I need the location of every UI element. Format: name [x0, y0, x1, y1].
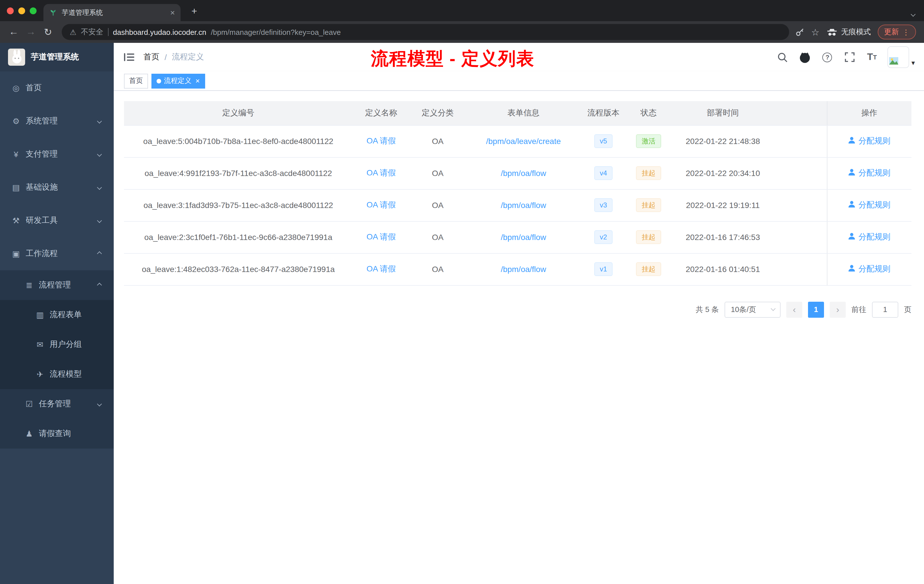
sidebar-item-home[interactable]: ◎首页: [0, 71, 114, 105]
cell-category: OA: [410, 253, 466, 285]
sidebar-item-process-model[interactable]: ✈流程模型: [0, 360, 114, 389]
assign-rule-button[interactable]: 分配规则: [848, 136, 891, 146]
version-tag: v4: [594, 166, 612, 180]
definition-name-link[interactable]: OA 请假: [366, 200, 396, 209]
search-icon[interactable]: [776, 50, 790, 64]
workflow-icon: ▣: [12, 249, 21, 258]
current-page-button[interactable]: 1: [808, 302, 824, 317]
page-unit-label: 页: [904, 304, 911, 315]
sidebar-item-task-manage[interactable]: ☑任务管理: [0, 389, 114, 419]
form-link[interactable]: /bpm/oa/flow: [501, 168, 546, 178]
sidebar-item-label: 支付管理: [26, 149, 58, 159]
form-link[interactable]: /bpm/oa/flow: [501, 233, 546, 242]
sidebar-toggle-icon[interactable]: [123, 51, 135, 63]
reload-button[interactable]: ↻: [40, 24, 56, 40]
github-icon[interactable]: [798, 50, 812, 64]
sidebar-item-label: 任务管理: [39, 399, 71, 409]
question-mark: ?: [823, 52, 832, 62]
cell-action: 分配规则: [827, 125, 911, 157]
zoom-window-button[interactable]: [30, 7, 36, 14]
next-page-button[interactable]: ›: [830, 302, 846, 317]
password-key-icon[interactable]: [795, 27, 804, 37]
address-bar[interactable]: ⚠ 不安全 dashboard.yudao.iocoder.cn/bpm/man…: [62, 24, 789, 40]
security-label[interactable]: 不安全: [81, 27, 103, 37]
annotation-title: 流程模型 - 定义列表: [371, 47, 535, 71]
sidebar-item-payment-manage[interactable]: ¥支付管理: [0, 138, 114, 171]
definition-name-link[interactable]: OA 请假: [366, 168, 396, 177]
definition-name-link[interactable]: OA 请假: [366, 264, 396, 273]
cell-category: OA: [410, 221, 466, 253]
goto-page-input[interactable]: [872, 302, 898, 317]
tag-home[interactable]: 首页: [124, 73, 148, 88]
url-host: dashboard.yudao.iocoder.cn: [113, 28, 206, 36]
cell-status: 挂起: [626, 157, 672, 189]
column-header-name: 定义名称: [353, 101, 410, 125]
sidebar-item-process-manage[interactable]: ≣流程管理: [0, 270, 114, 300]
tag-active-dot: [157, 79, 161, 83]
bookmark-star-icon[interactable]: ☆: [811, 26, 819, 38]
version-tag: v5: [594, 134, 612, 148]
main-area: 首页/流程定义 流程模型 - 定义列表 ? TT: [114, 43, 924, 584]
assign-rule-button[interactable]: 分配规则: [848, 264, 891, 274]
form-link[interactable]: /bpm/oa/flow: [501, 265, 546, 274]
tab-close-icon[interactable]: ×: [170, 8, 175, 16]
prev-page-button[interactable]: ‹: [786, 302, 802, 317]
assign-rule-button[interactable]: 分配规则: [848, 168, 891, 178]
sidebar-item-dev-tools[interactable]: ⚒研发工具: [0, 204, 114, 237]
breadcrumb-separator: /: [165, 53, 167, 62]
incognito-icon: [826, 28, 838, 36]
sidebar-item-workflow[interactable]: ▣工作流程: [0, 237, 114, 270]
cell-form: /bpm/oa/flow: [466, 157, 581, 189]
tag-process-definition[interactable]: 流程定义×: [152, 73, 205, 88]
cell-spacer: [774, 157, 827, 189]
tag-close-icon[interactable]: ×: [195, 77, 200, 84]
toolbar-actions: ☆ 无痕模式 更新 ⋮: [795, 25, 918, 40]
sidebar-item-leave-query[interactable]: ♟请假查询: [0, 419, 114, 449]
cell-version: v2: [581, 221, 626, 253]
browser-tab[interactable]: 芋道管理系统 ×: [43, 4, 181, 21]
chevron-down-icon: [97, 185, 102, 190]
form-link[interactable]: /bpm/oa/leave/create: [486, 137, 561, 146]
column-header-id: 定义编号: [124, 101, 353, 125]
definition-name-link[interactable]: OA 请假: [366, 232, 396, 241]
assign-rule-button[interactable]: 分配规则: [848, 200, 891, 210]
tag-label: 流程定义: [164, 76, 191, 86]
browser-toolbar: ← → ↻ ⚠ 不安全 dashboard.yudao.iocoder.cn/b…: [0, 21, 924, 43]
version-tag: v1: [594, 262, 612, 276]
new-tab-button[interactable]: +: [187, 5, 201, 18]
assign-rule-button[interactable]: 分配规则: [848, 232, 891, 242]
chevron-up-icon: [97, 251, 102, 256]
forward-button[interactable]: →: [23, 24, 39, 40]
sidebar-item-infrastructure[interactable]: ▤基础设施: [0, 171, 114, 204]
tab-search-chevron-icon[interactable]: [911, 8, 915, 18]
column-header-form: 表单信息: [466, 101, 581, 125]
minimize-window-button[interactable]: [18, 7, 25, 14]
sidebar-logo[interactable]: 芋道管理系统: [0, 43, 114, 71]
back-button[interactable]: ←: [6, 24, 22, 40]
form-link[interactable]: /bpm/oa/flow: [501, 201, 546, 210]
status-tag: 激活: [636, 134, 661, 148]
warning-icon: ⚠: [70, 28, 76, 36]
breadcrumb-item-home[interactable]: 首页: [144, 52, 159, 62]
sidebar-menu: ◎首页⚙系统管理¥支付管理▤基础设施⚒研发工具▣工作流程≣流程管理▥流程表单✉用…: [0, 71, 114, 584]
sidebar-item-user-group[interactable]: ✉用户分组: [0, 330, 114, 360]
cell-action: 分配规则: [827, 221, 911, 253]
close-window-button[interactable]: [7, 7, 14, 14]
sidebar-item-system-manage[interactable]: ⚙系统管理: [0, 105, 114, 138]
cell-spacer: [774, 221, 827, 253]
browser-update-button[interactable]: 更新 ⋮: [878, 25, 916, 40]
fullscreen-icon[interactable]: [843, 50, 856, 64]
cell-form: /bpm/oa/flow: [466, 221, 581, 253]
cell-spacer: [774, 189, 827, 221]
help-icon[interactable]: ?: [820, 50, 834, 64]
definition-name-link[interactable]: OA 请假: [366, 136, 396, 145]
font-size-icon[interactable]: TT: [865, 50, 879, 64]
sidebar-item-process-form[interactable]: ▥流程表单: [0, 300, 114, 330]
cell-id: oa_leave:5:004b710b-7b8a-11ec-8ef0-acde4…: [124, 125, 353, 157]
cell-action: 分配规则: [827, 189, 911, 221]
cell-action: 分配规则: [827, 157, 911, 189]
browser-menu-icon[interactable]: ⋮: [902, 28, 910, 36]
user-avatar[interactable]: ▾: [888, 46, 915, 68]
page-size-select[interactable]: 10条/页: [724, 302, 780, 317]
column-header-category: 定义分类: [410, 101, 466, 125]
